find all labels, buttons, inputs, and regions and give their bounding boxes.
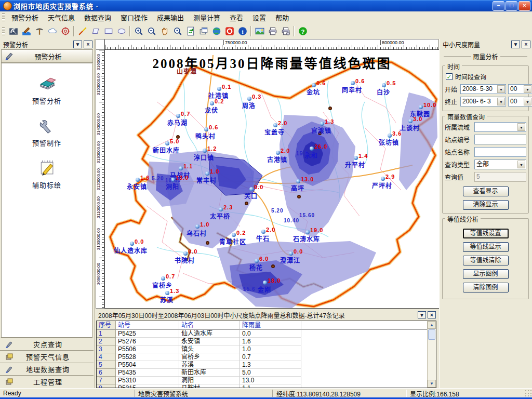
left-panel-item-预警分析[interactable]: 预警分析 — [2, 74, 92, 105]
menu-item-预警分析[interactable]: 预警分析 — [7, 11, 43, 24]
table-scrollbar[interactable]: ▲ ▼ — [427, 321, 436, 388]
station-dot-马战村[interactable] — [179, 166, 183, 170]
zoom-in-button[interactable] — [132, 24, 145, 37]
station-dot-周洛[interactable] — [247, 97, 251, 101]
minimize-button[interactable]: – — [493, 1, 504, 11]
station-dot-青草社区[interactable] — [232, 233, 236, 237]
sidebar-bar-预警天气信息[interactable]: 预警天气信息 — [0, 350, 94, 363]
所属流域-combo[interactable]: ▼ — [474, 122, 526, 132]
清除显示-button[interactable]: 清除显示 — [463, 200, 509, 210]
left-panel-item-辅助标绘[interactable]: 辅助标绘 — [2, 158, 92, 190]
column-header-序号[interactable]: 序号 — [97, 321, 116, 330]
end-date-combo[interactable]: 2008- 6- 3▼ — [460, 97, 506, 107]
right-panel-pin-button[interactable]: ▼ — [511, 41, 520, 48]
scrollbar-thumb[interactable] — [428, 329, 435, 340]
target-button[interactable] — [59, 24, 72, 37]
显示图例-button[interactable]: 显示图例 — [463, 269, 509, 279]
flood-button[interactable] — [20, 24, 33, 37]
等值线清除-button[interactable]: 等值线清除 — [463, 256, 509, 265]
清除图例-button[interactable]: 清除图例 — [463, 283, 509, 292]
station-dot-严坪村[interactable] — [381, 177, 385, 181]
station-dot-杨花[interactable] — [255, 259, 259, 263]
station-dot-张坊镇[interactable] — [388, 134, 392, 138]
left-panel-pin-button[interactable]: ▼ — [73, 41, 82, 48]
station-dot-乌石村[interactable] — [195, 224, 200, 229]
menu-item-窗口操作[interactable]: 窗口操作 — [116, 11, 152, 24]
refresh-button[interactable] — [184, 24, 197, 37]
station-dot-金坑[interactable] — [312, 83, 316, 87]
station-dot-宝盖寺[interactable] — [273, 123, 277, 127]
table-row[interactable]: 2P5276永安镇1.6 — [97, 338, 436, 345]
chevron-down-icon[interactable]: ▼ — [524, 98, 531, 105]
layers-button[interactable] — [197, 24, 210, 37]
station-dot-官桥乡[interactable] — [161, 276, 165, 281]
station-dot-关口[interactable] — [249, 187, 254, 191]
maximize-button[interactable]: □ — [506, 1, 517, 11]
map-canvas[interactable]: 2008年05月30日降雨量等值线色斑图 0.1社港镇0.3周洛0.6金坑0.6… — [104, 49, 440, 309]
station-dot-牛石[interactable] — [261, 230, 265, 234]
查询类型-combo[interactable]: 全部▼ — [474, 159, 526, 169]
stop-button[interactable] — [223, 24, 236, 37]
help-button[interactable]: ? — [296, 24, 309, 37]
station-dot-金刚[interactable] — [263, 281, 267, 285]
station-dot-仙人造水库[interactable] — [130, 242, 134, 246]
left-panel-group-header[interactable]: 预警分析 — [1, 49, 93, 63]
radar-button[interactable] — [7, 24, 20, 37]
station-dot-苏溪[interactable] — [165, 291, 169, 295]
chevron-down-icon[interactable]: ▼ — [517, 161, 525, 168]
start-hour-combo[interactable]: 00▼ — [508, 84, 532, 94]
station-dot-石涛水库[interactable] — [305, 230, 310, 234]
column-header-站名[interactable]: 站名 — [179, 321, 240, 330]
time-range-checkbox[interactable]: ✓ — [446, 73, 453, 80]
chevron-down-icon[interactable]: ▼ — [497, 85, 505, 93]
end-hour-combo[interactable]: 00▼ — [508, 97, 532, 107]
print-setup-button[interactable] — [279, 24, 292, 37]
sidebar-bar-工程管理[interactable]: 工程管理 — [0, 375, 94, 388]
menu-item-帮助[interactable]: 帮助 — [271, 11, 294, 24]
result-panel-close-button[interactable]: × — [428, 311, 436, 318]
column-header-站号[interactable]: 站号 — [116, 321, 179, 330]
polygon-button[interactable] — [89, 24, 102, 37]
resize-grip[interactable] — [524, 389, 531, 396]
menu-item-查看[interactable]: 查看 — [225, 11, 248, 24]
line-button[interactable] — [76, 24, 89, 37]
table-row[interactable]: 8P5315马鞍村1.1 — [97, 384, 436, 388]
station-dot-社港镇[interactable] — [217, 87, 221, 91]
sidebar-bar-地理数据查询[interactable]: 地理数据查询 — [0, 363, 94, 375]
table-row[interactable]: 7P5310洞阳13.0 — [97, 377, 436, 384]
station-dot-同幸村[interactable] — [351, 81, 355, 85]
station-dot-澄潭江[interactable] — [289, 251, 293, 256]
站点编号-input[interactable] — [474, 135, 526, 144]
image-button[interactable] — [253, 24, 266, 37]
zoom-out-button[interactable] — [145, 24, 158, 37]
station-dot-古港镇[interactable] — [276, 151, 280, 155]
menu-item-测量计算[interactable]: 测量计算 — [189, 11, 225, 24]
station-dot-东鞦园[interactable] — [419, 105, 423, 109]
station-dot-太平桥[interactable] — [219, 207, 223, 211]
rectangle-button[interactable] — [102, 24, 115, 37]
table-row[interactable]: 5P5504苏溪1.3 — [97, 361, 436, 369]
station-dot-升平村[interactable] — [354, 156, 358, 160]
等值线设置-button[interactable]: 等值线设置 — [463, 229, 509, 238]
menu-item-天气信息[interactable]: 天气信息 — [43, 11, 79, 24]
pan-button[interactable] — [158, 24, 171, 37]
table-row[interactable]: 3P5506镇头1.0 — [97, 345, 436, 353]
pick-button[interactable] — [33, 24, 46, 37]
station-dot-鸭头村[interactable] — [204, 127, 208, 131]
table-row[interactable]: 1P5425仙人造水库0.0 — [97, 330, 436, 338]
scroll-up-icon[interactable]: ▲ — [428, 321, 436, 329]
查看显示-button[interactable]: 查看显示 — [463, 187, 509, 196]
站点名称-input[interactable] — [474, 147, 526, 157]
start-date-combo[interactable]: 2008- 5-30▼ — [460, 84, 506, 94]
menu-item-成果输出[interactable]: 成果输出 — [152, 11, 189, 24]
station-dot-书院村[interactable] — [183, 251, 188, 256]
chevron-down-icon[interactable]: ▼ — [517, 123, 525, 131]
chevron-down-icon[interactable]: ▼ — [524, 85, 531, 93]
station-dot-新田水库[interactable] — [165, 141, 169, 145]
zoom-select-button[interactable] — [171, 24, 184, 37]
station-dot-龙伏[interactable] — [210, 101, 214, 105]
station-dot-高坪[interactable] — [296, 179, 300, 183]
station-dot-官渡镇[interactable] — [320, 122, 324, 126]
station-dot-永安镇[interactable] — [136, 178, 140, 182]
table-row[interactable]: 4P5528官桥乡0.7 — [97, 353, 436, 361]
